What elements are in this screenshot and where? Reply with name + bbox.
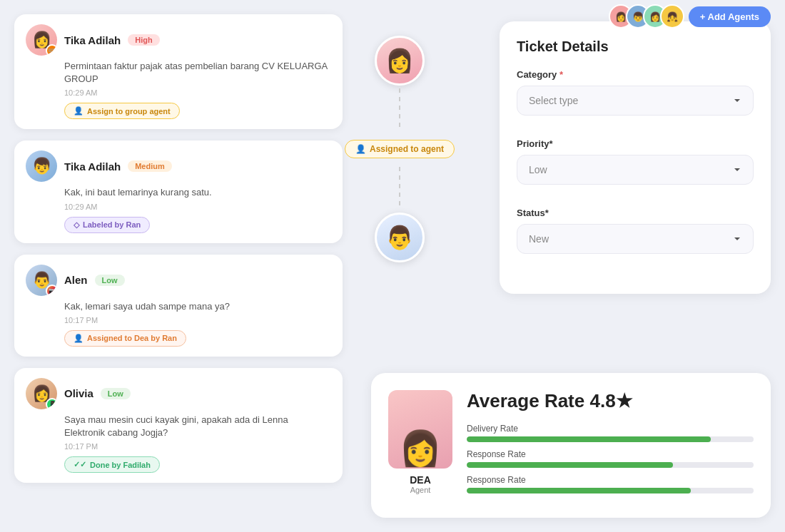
dea-section: 👩 DEA Agent — [388, 390, 452, 494]
ticket-name-2: Tika Adilah — [64, 160, 121, 173]
progress-bar-fill-3 — [467, 488, 691, 493]
avatar-alen: 👨 📷 — [26, 265, 57, 296]
ticket-message-1: Permintaan faktur pajak atas pembelian b… — [64, 60, 331, 86]
priority-badge-1: High — [128, 34, 159, 46]
rate-content: Average Rate 4.8★ Delivery Rate Response… — [467, 390, 754, 501]
ticket-card-1[interactable]: 👩 🛒 Tika Adilah High Permintaan faktur p… — [14, 14, 343, 129]
instagram-icon: 📷 — [46, 285, 57, 296]
dea-info: DEA Agent — [410, 474, 431, 494]
ticket-action-2[interactable]: ◇ Labeled by Ran — [64, 217, 150, 233]
dea-avatar: 👩 — [388, 390, 452, 469]
ticket-details-title: Ticket Details — [517, 39, 754, 55]
ticket-message-4: Saya mau mesin cuci kayak gini, apakah a… — [64, 414, 331, 439]
ticket-action-label-4: Done by Fadilah — [90, 461, 151, 469]
avatar-olivia: 👩 📱 — [26, 378, 57, 409]
ticket-time-1: 10:29 AM — [64, 88, 331, 97]
mini-avatar-4: 👧 — [660, 4, 684, 29]
progress-bar-bg-3 — [467, 488, 754, 493]
agents-bar: 👩 👦 👩 👧 + Add Agents — [609, 4, 771, 29]
ticket-action-4[interactable]: ✓✓ Done by Fadilah — [64, 456, 160, 473]
flow-line-2 — [399, 167, 400, 210]
main-container: 👩 🛒 Tika Adilah High Permintaan faktur p… — [0, 0, 785, 532]
flow-avatar-female: 👩 — [375, 36, 425, 86]
assign-icon: 👤 — [74, 106, 83, 116]
priority-badge-2: Medium — [128, 160, 172, 172]
ticket-time-2: 10:29 AM — [64, 203, 331, 211]
rate-row-label-2: Response Rate — [467, 449, 754, 459]
ticket-time-3: 10:17 PM — [64, 316, 331, 324]
ticket-time-4: 10:17 PM — [64, 442, 331, 451]
ticket-card-3[interactable]: 👨 📷 Alen Low Kak, lemari saya udah sampe… — [14, 255, 343, 357]
rate-row-label-3: Response Rate — [467, 475, 754, 485]
avatar-tika2: 👦 — [26, 150, 57, 182]
status-select[interactable]: New In Progress Done — [517, 224, 754, 254]
flow-avatar-male: 👨 — [375, 213, 425, 262]
ticket-name-3: Alen — [64, 274, 88, 286]
rate-row-1: Delivery Rate — [467, 424, 754, 442]
rate-row-2: Response Rate — [467, 449, 754, 468]
tickets-panel: 👩 🛒 Tika Adilah High Permintaan faktur p… — [14, 14, 343, 494]
ticket-message-3: Kak, lemari saya udah sampe mana ya? — [64, 300, 331, 313]
ticket-action-1[interactable]: 👤 Assign to group agent — [64, 103, 180, 119]
rate-row-label-1: Delivery Rate — [467, 424, 754, 434]
progress-bar-fill-1 — [467, 436, 711, 442]
label-icon: ◇ — [74, 220, 79, 230]
priority-badge-3: Low — [95, 275, 125, 286]
agents-avatars: 👩 👦 👩 👧 — [609, 4, 684, 29]
avg-rate-panel: 👩 DEA Agent Average Rate 4.8★ Delivery R… — [371, 373, 771, 518]
ticket-name-1: Tika Adilah — [64, 34, 121, 46]
priority-field-group: Priority* Low Medium High — [517, 138, 754, 196]
status-label: Status* — [517, 208, 754, 218]
ticket-action-label-2: Labeled by Ran — [83, 220, 141, 229]
ticket-action-label-3: Assigned to Dea by Ran — [87, 334, 177, 342]
ticket-card-2[interactable]: 👦 Tika Adilah Medium Kak, ini baut lemar… — [14, 140, 343, 242]
progress-bar-bg-2 — [467, 462, 754, 468]
status-field-group: Status* New In Progress Done — [517, 208, 754, 265]
category-label: Category * — [517, 69, 754, 80]
done-icon: ✓✓ — [74, 460, 86, 469]
priority-select[interactable]: Low Medium High — [517, 155, 754, 185]
category-select[interactable]: Select type — [517, 86, 754, 116]
avatar-tika1: 👩 🛒 — [26, 24, 57, 56]
category-required: * — [557, 69, 563, 80]
ticket-message-2: Kak, ini baut lemarinya kurang satu. — [64, 186, 331, 199]
ticket-details-panel: 👩 👦 👩 👧 + Add Agents Ticket Details Cate… — [500, 21, 771, 294]
rate-title: Average Rate 4.8★ — [467, 390, 754, 412]
priority-label: Priority* — [517, 138, 754, 149]
dea-role: Agent — [410, 486, 431, 494]
priority-badge-4: Low — [101, 388, 131, 399]
flow-panel: 👩 👤 Assigned to agent 👨 — [328, 14, 471, 262]
ticket-action-3[interactable]: 👤 Assigned to Dea by Ran — [64, 330, 186, 347]
ticket-name-4: Olivia — [64, 387, 93, 399]
flow-assign-icon: 👤 — [355, 144, 366, 154]
dea-name: DEA — [410, 474, 431, 486]
ticket-card-4[interactable]: 👩 📱 Olivia Low Saya mau mesin cuci kayak… — [14, 368, 343, 483]
flow-assigned-label: Assigned to agent — [370, 144, 444, 154]
flow-line-1 — [399, 88, 400, 131]
whatsapp-icon: 📱 — [46, 398, 57, 409]
add-agents-button[interactable]: + Add Agents — [689, 6, 771, 27]
progress-bar-fill-2 — [467, 462, 673, 468]
rate-row-3: Response Rate — [467, 475, 754, 493]
assign-agent-icon: 👤 — [74, 334, 83, 343]
ticket-action-label-1: Assign to group agent — [87, 107, 171, 116]
progress-bar-bg-1 — [467, 436, 754, 442]
category-field-group: Category * Select type — [517, 69, 754, 127]
flow-assigned-badge: 👤 Assigned to agent — [345, 140, 455, 158]
